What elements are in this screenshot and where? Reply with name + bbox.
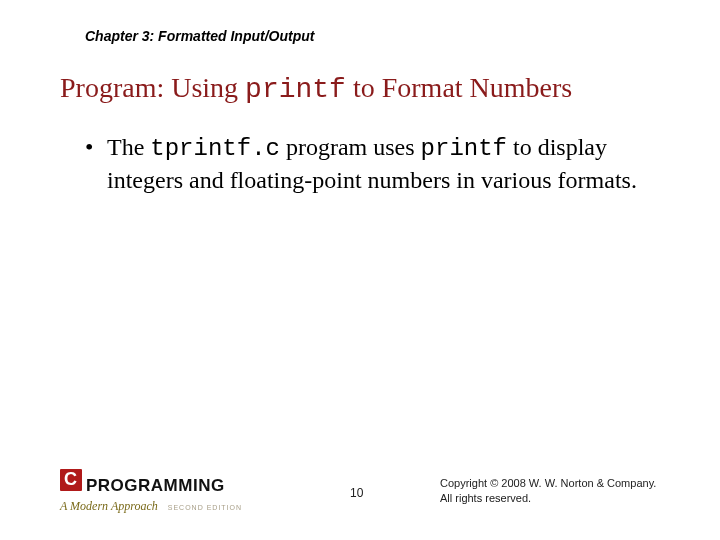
title-pre: Program: Using	[60, 72, 245, 103]
footer: PROGRAMMING A Modern Approach SECOND EDI…	[60, 468, 690, 514]
title-post: to Format Numbers	[346, 72, 572, 103]
copyright-line2: All rights reserved.	[440, 491, 656, 506]
bullet-dot: •	[85, 132, 107, 195]
bullet-code1: tprintf.c	[150, 135, 280, 162]
bullet-item: • The tprintf.c program uses printf to d…	[85, 132, 650, 195]
bullet-code2: printf	[421, 135, 507, 162]
copyright: Copyright © 2008 W. W. Norton & Company.…	[440, 476, 656, 506]
logo-subtitle: A Modern Approach	[60, 499, 158, 513]
page-number: 10	[350, 486, 363, 500]
bullet-seg2: program uses	[280, 134, 421, 160]
title-code: printf	[245, 74, 346, 105]
logo-edition: SECOND EDITION	[168, 504, 242, 511]
logo-word: PROGRAMMING	[86, 476, 225, 496]
slide-title: Program: Using printf to Format Numbers	[60, 72, 572, 105]
book-logo: PROGRAMMING A Modern Approach SECOND EDI…	[60, 469, 242, 514]
logo-subline: A Modern Approach SECOND EDITION	[60, 496, 242, 514]
bullet-text: The tprintf.c program uses printf to dis…	[107, 132, 650, 195]
bullet-seg1: The	[107, 134, 150, 160]
slide: Chapter 3: Formatted Input/Output Progra…	[0, 0, 720, 540]
logo-row: PROGRAMMING	[60, 469, 242, 496]
chapter-label: Chapter 3: Formatted Input/Output	[85, 28, 314, 44]
body-text: • The tprintf.c program uses printf to d…	[85, 132, 650, 195]
logo-c-icon	[60, 469, 82, 491]
copyright-line1: Copyright © 2008 W. W. Norton & Company.	[440, 476, 656, 491]
